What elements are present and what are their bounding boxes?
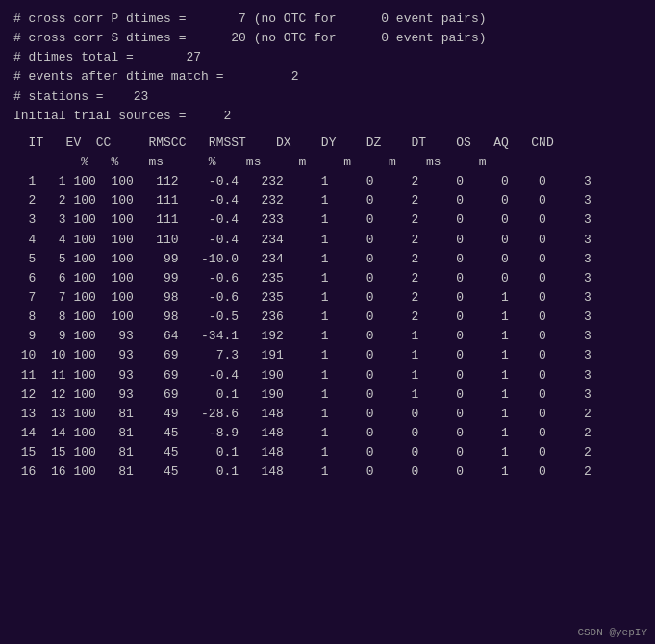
- header-line-1: # cross corr P dtimes = 7 (no OTC for 0 …: [13, 10, 642, 29]
- table-row: 7 7 100 100 98 -0.6 235 1 0 2 0 1 0 3: [13, 288, 642, 308]
- table-section: IT EV CC RMSCC RMSST DX DY DZ DT OS AQ C…: [13, 134, 642, 483]
- table-row: 13 13 100 81 49 -28.6 148 1 0 0 0 1 0 2: [13, 405, 642, 424]
- header-line-6: Initial trial sources = 2: [13, 107, 642, 126]
- table-row: 5 5 100 100 99 -10.0 234 1 0 2 0 0 0 3: [13, 250, 642, 269]
- table-row: 12 12 100 93 69 0.1 190 1 0 1 0 1 0 3: [13, 385, 642, 405]
- table-body: 1 1 100 100 112 -0.4 232 1 0 2 0 0 0 3 2…: [13, 172, 642, 482]
- header-line-3: # dtimes total = 27: [13, 48, 642, 67]
- header-line-2: # cross corr S dtimes = 20 (no OTC for 0…: [13, 29, 642, 48]
- header-section: # cross corr P dtimes = 7 (no OTC for 0 …: [13, 10, 642, 126]
- table-units: % % ms % ms m m m ms m: [13, 153, 642, 172]
- table-row: 16 16 100 81 45 0.1 148 1 0 0 0 1 0 2: [13, 462, 642, 482]
- table-row: 14 14 100 81 45 -8.9 148 1 0 0 0 1 0 2: [13, 424, 642, 443]
- table-row: 1 1 100 100 112 -0.4 232 1 0 2 0 0 0 3: [13, 172, 642, 191]
- table-row: 6 6 100 100 99 -0.6 235 1 0 2 0 0 0 3: [13, 269, 642, 288]
- table-header: IT EV CC RMSCC RMSST DX DY DZ DT OS AQ C…: [13, 134, 642, 153]
- table-row: 4 4 100 100 110 -0.4 234 1 0 2 0 0 0 3: [13, 231, 642, 250]
- table-row: 2 2 100 100 111 -0.4 232 1 0 2 0 0 0 3: [13, 191, 642, 211]
- header-line-5: # stations = 23: [13, 87, 642, 107]
- table-row: 11 11 100 93 69 -0.4 190 1 0 1 0 1 0 3: [13, 366, 642, 385]
- table-row: 9 9 100 93 64 -34.1 192 1 0 1 0 1 0 3: [13, 327, 642, 346]
- header-line-4: # events after dtime match = 2: [13, 67, 642, 87]
- table-row: 3 3 100 100 111 -0.4 233 1 0 2 0 0 0 3: [13, 211, 642, 230]
- table-row: 15 15 100 81 45 0.1 148 1 0 0 0 1 0 2: [13, 443, 642, 462]
- table-row: 10 10 100 93 69 7.3 191 1 0 1 0 1 0 3: [13, 346, 642, 365]
- table-row: 8 8 100 100 98 -0.5 236 1 0 2 0 1 0 3: [13, 308, 642, 327]
- watermark: CSDN @yepIY: [577, 627, 647, 638]
